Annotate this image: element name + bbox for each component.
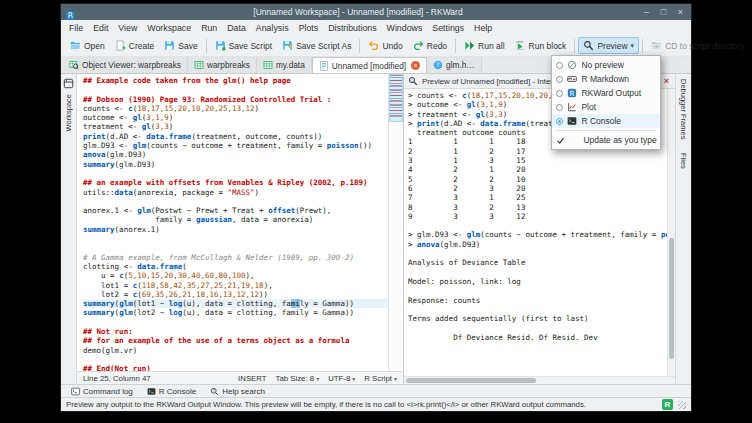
tab-unnamed-modified[interactable]: Unnamed [modified]×: [312, 57, 427, 73]
menu-data[interactable]: Data: [222, 22, 251, 34]
toolbar-save-script-as-button[interactable]: Save Script As: [277, 37, 356, 54]
menu-workspace[interactable]: Workspace: [142, 22, 196, 34]
toolbar-button-label: Undo: [382, 41, 402, 51]
code-line: lot1 = c(118,58,42,35,27,25,21,19,18),: [83, 281, 388, 290]
editor-scrollbar-minimap[interactable]: [388, 74, 403, 371]
svg-text:R: R: [68, 11, 74, 20]
toolbar-save-script-button[interactable]: Save Script: [210, 37, 277, 54]
code-line: anova(glm.D93): [83, 150, 388, 159]
preview-menu-item-update-as-you-type[interactable]: Update as you type: [552, 133, 660, 147]
menu-windows[interactable]: Windows: [382, 22, 428, 34]
highlight-mode-selector[interactable]: R Script ▾: [364, 374, 397, 383]
r-engine-status-icon: R: [662, 399, 673, 410]
maximize-button[interactable]: □: [657, 5, 670, 19]
toolbar-create-button[interactable]: Create: [110, 37, 160, 54]
encoding-selector[interactable]: UTF-8 ▾: [328, 374, 355, 383]
console-vertical-scrollbar[interactable]: [667, 89, 675, 376]
toolbar-save-button[interactable]: Save: [159, 37, 202, 54]
menu-plots[interactable]: Plots: [294, 22, 324, 34]
code-line: [408, 249, 667, 258]
toolbar-preview-button[interactable]: Preview▾No previewR MarkdownRRKWard Outp…: [578, 37, 639, 54]
code-line: Df Deviance Resid. Df Resid. Dev: [408, 333, 667, 342]
table-green-icon: [263, 60, 273, 70]
bottom-tab-r-console[interactable]: R Console: [142, 385, 201, 397]
preview-menu: No previewR MarkdownRRKWard OutputPlotR …: [551, 55, 661, 150]
preview-menu-item-rkward-output[interactable]: RRKWard Output: [552, 86, 660, 100]
code-line: family = gaussian, data = anorexia): [83, 215, 388, 224]
side-tab-files[interactable]: Files: [679, 153, 688, 171]
titlebar[interactable]: R [Unnamed Workspace] - Unnamed [modifie…: [61, 4, 691, 20]
close-preview-icon[interactable]: ×: [662, 75, 671, 87]
code-line: Analysis of Deviance Table: [408, 258, 667, 267]
toolbar-cd-to-script-directory-button[interactable]: CD to script directory: [646, 37, 749, 54]
code-line: [83, 234, 388, 243]
tab-size-selector[interactable]: Tab Size: 8 ▾: [276, 374, 320, 383]
menu-settings[interactable]: Settings: [427, 22, 469, 34]
preview-menu-item-plot[interactable]: Plot: [552, 100, 660, 114]
tab-my-data[interactable]: my.data: [257, 57, 312, 73]
code-line: lot2 = c(69,35,26,21,18,16,13,12,12)): [83, 290, 388, 299]
code-line: 6 2 3 20: [408, 184, 667, 193]
preview-icon: [408, 76, 418, 86]
menu-help[interactable]: Help: [469, 22, 497, 34]
preview-menu-item-no-preview[interactable]: No preview: [552, 58, 660, 72]
scrollbar-thumb[interactable]: [669, 238, 674, 359]
toolbar-open-button[interactable]: Open: [65, 37, 110, 54]
toolbar-button-label: Run block: [529, 41, 567, 51]
code-line: print(d.AD <- data.frame(treatment, outc…: [83, 132, 388, 141]
tab-glm-h[interactable]: ?glm.h…: [427, 57, 482, 73]
code-line: outcome <- gl(3,1,9): [83, 113, 388, 122]
svg-text:?: ?: [436, 61, 439, 68]
minimize-button[interactable]: –: [640, 5, 653, 19]
insert-mode-indicator[interactable]: INSERT: [238, 374, 266, 383]
redo-icon: [413, 40, 424, 51]
toolbar-button-label: Run all: [478, 41, 504, 51]
code-editor[interactable]: ## Example code taken from the glm() hel…: [77, 74, 388, 371]
close-window-button[interactable]: ×: [674, 5, 687, 19]
side-tab-debugger-frames[interactable]: Debugger Frames: [679, 79, 688, 141]
code-line: Terms added sequentially (first to last): [408, 314, 667, 323]
menu-analysis[interactable]: Analysis: [251, 22, 294, 34]
menu-distributions[interactable]: Distributions: [323, 22, 381, 34]
tab-object-viewer-warpbreaks[interactable]: Object Viewer: warpbreaks: [63, 57, 188, 73]
cursor-position[interactable]: Line 25, Column 47: [83, 374, 151, 383]
scrollbar-thumb[interactable]: [406, 378, 536, 383]
menu-view[interactable]: View: [113, 22, 142, 34]
dropdown-arrow-icon: ▾: [394, 375, 397, 382]
code-line: 7 3 1 25: [408, 193, 667, 202]
console-horizontal-scrollbar[interactable]: [404, 376, 675, 384]
workspace-icon: [63, 78, 74, 89]
code-line: [83, 355, 388, 364]
menu-run[interactable]: Run: [196, 22, 222, 34]
bottom-tool-tabbar: Command logR Console?Help search: [61, 384, 691, 397]
rkward-logo-icon: R: [567, 88, 577, 98]
folder-gray-icon: [651, 40, 662, 51]
preview-menu-item-r-markdown[interactable]: R Markdown: [552, 72, 660, 86]
code-line: > glm.D93 <- glm(counts ~ outcome + trea…: [408, 230, 667, 239]
tab-label: my.data: [276, 60, 305, 70]
code-line: [83, 85, 388, 94]
code-line: ## an example with offsets from Venables…: [83, 178, 388, 187]
viewer-table-icon: [69, 60, 79, 70]
code-line: glm.D93 <- glm(counts ~ outcome + treatm…: [83, 141, 388, 150]
menu-edit[interactable]: Edit: [88, 22, 113, 34]
code-line: [83, 197, 388, 206]
tab-warpbreaks[interactable]: warpbreaks: [188, 57, 257, 73]
toolbar-run-block-button[interactable]: Run block: [510, 37, 572, 54]
code-line: 3 1 3 15: [408, 156, 667, 165]
console-icon-icon: [147, 387, 156, 396]
bottom-tab-label: R Console: [159, 387, 196, 396]
menu-file[interactable]: File: [64, 22, 88, 34]
bottom-tab-command-log[interactable]: Command log: [66, 385, 138, 397]
side-tab-workspace[interactable]: Workspace: [64, 94, 73, 133]
preview-menu-item-r-console[interactable]: R Console: [552, 114, 660, 128]
toolbar-undo-button[interactable]: Undo: [363, 37, 407, 54]
toolbar-redo-button[interactable]: Redo: [408, 37, 452, 54]
toolbar-run-all-button[interactable]: Run all: [459, 37, 509, 54]
bottom-tab-help-search[interactable]: ?Help search: [205, 385, 270, 397]
menu-separator: [556, 130, 656, 131]
close-tab-icon[interactable]: ×: [411, 61, 420, 70]
toolbar-button-label: Open: [84, 41, 105, 51]
right-dock-strip: Debugger FramesFiles: [675, 74, 691, 384]
resize-grip[interactable]: [678, 401, 686, 409]
